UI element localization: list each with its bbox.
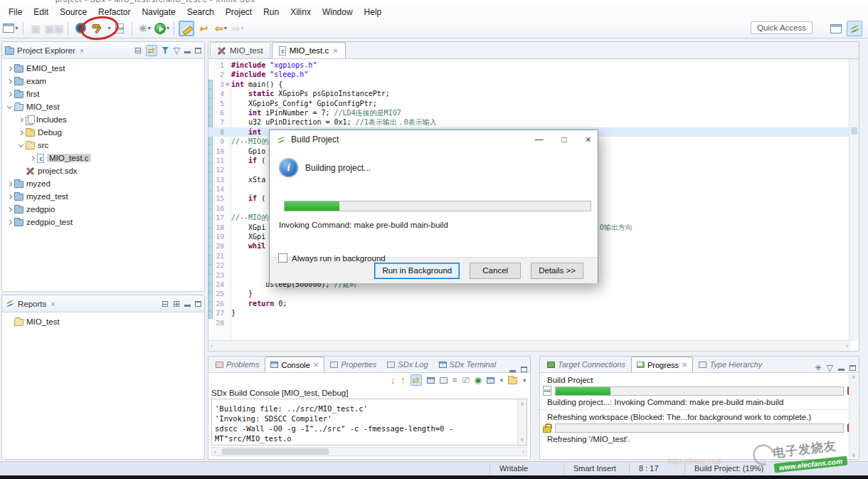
sdx-release-button[interactable]: [73, 21, 88, 36]
dropdown-caret[interactable]: ▾: [523, 377, 526, 384]
scroll-right-icon[interactable]: ›: [522, 448, 524, 456]
chevron-collapsed-icon[interactable]: [7, 65, 12, 70]
details-button[interactable]: Details >>: [531, 263, 583, 279]
minimize-icon[interactable]: [184, 305, 191, 307]
close-tab-icon[interactable]: ✕: [682, 361, 687, 369]
cancel-button[interactable]: Cancel: [470, 263, 521, 279]
menu-file[interactable]: File: [3, 6, 28, 18]
debug-button[interactable]: ✳▾: [137, 21, 152, 36]
last-edit-location-button[interactable]: ↩: [196, 21, 211, 36]
tree-item-mio_test[interactable]: MIO_test: [2, 315, 204, 328]
progress-job-build[interactable]: Build Project 010 Building project...: I…: [540, 376, 859, 406]
tree-item-emio_test[interactable]: EMIO_test: [2, 62, 204, 75]
menu-search[interactable]: Search: [181, 6, 220, 18]
menu-edit[interactable]: Edit: [28, 6, 54, 18]
estimate-performance-button[interactable]: [179, 21, 194, 36]
chevron-collapsed-icon[interactable]: [7, 78, 12, 83]
tree-item-mio_test[interactable]: MIO_test: [2, 100, 204, 113]
console-horizontal-scrollbar[interactable]: ‹›: [211, 447, 527, 456]
menu-refactor[interactable]: Refactor: [92, 6, 136, 18]
display-console-icon[interactable]: [487, 377, 494, 384]
build-dropdown-caret[interactable]: ▾: [107, 25, 110, 31]
tree-item-mio_test.c[interactable]: MIO_test.c: [2, 152, 204, 164]
chevron-collapsed-icon[interactable]: [18, 130, 23, 135]
quick-access-button[interactable]: Quick Access: [751, 21, 813, 34]
chevron-collapsed-icon[interactable]: [7, 219, 12, 224]
tree-item-zedgpio_test[interactable]: zedgpio_test: [2, 216, 204, 228]
maximize-button[interactable]: □: [562, 135, 567, 144]
scroll-up-icon[interactable]: ∧: [852, 374, 856, 380]
forward-history-button[interactable]: ⇨▾: [230, 21, 245, 36]
tab-console[interactable]: Console✕: [265, 357, 324, 372]
build-button[interactable]: [90, 21, 105, 36]
tree-item-project.sdx[interactable]: project.sdx: [2, 164, 204, 177]
pin-console-icon[interactable]: ◉: [474, 376, 481, 384]
console-output[interactable]: ' ''Building file: ../src/MIO_test.c''In…: [211, 399, 527, 446]
menu-window[interactable]: Window: [317, 6, 359, 18]
editor-horizontal-scrollbar[interactable]: ‹›: [208, 340, 850, 351]
scroll-down-icon[interactable]: ∨: [521, 435, 524, 445]
minimize-icon[interactable]: [838, 369, 845, 371]
minimize-icon[interactable]: [509, 370, 516, 372]
scroll-left-icon[interactable]: ‹: [214, 448, 216, 456]
menu-help[interactable]: Help: [359, 6, 388, 18]
tab-progress[interactable]: Progress✕: [631, 357, 693, 372]
minimize-button[interactable]: —: [535, 135, 544, 144]
tree-item-src[interactable]: src: [2, 139, 204, 152]
run-button[interactable]: ▾: [154, 21, 169, 36]
close-view-icon[interactable]: ×: [80, 46, 84, 55]
expand-all-icon[interactable]: ⊞: [173, 300, 180, 308]
open-perspective-button[interactable]: [828, 21, 844, 36]
view-menu-icon[interactable]: ▽: [827, 364, 833, 372]
dialog-titlebar[interactable]: Build Project — □ ×: [270, 130, 598, 149]
view-menu-icon[interactable]: ▽: [174, 46, 180, 55]
menu-navigate[interactable]: Navigate: [136, 6, 181, 18]
show-stderr-icon[interactable]: [440, 377, 448, 384]
word-wrap-icon[interactable]: =: [452, 376, 457, 384]
tree-item-myzed_test[interactable]: myzed_test: [2, 190, 204, 203]
tree-item-first[interactable]: first: [2, 88, 204, 100]
menu-run[interactable]: Run: [258, 6, 285, 18]
chevron-collapsed-icon[interactable]: [7, 206, 12, 211]
tab-sdx-log[interactable]: SDx Log: [382, 357, 433, 372]
scroll-down-icon[interactable]: ↓: [391, 375, 396, 385]
console-vertical-scrollbar[interactable]: ∧∨: [517, 399, 526, 445]
maximize-icon[interactable]: [195, 301, 201, 307]
checkbox[interactable]: [278, 253, 287, 263]
tab-sdx-terminal[interactable]: SDx Terminal: [434, 357, 502, 372]
binary-container-button[interactable]: 010: [112, 21, 127, 36]
dropdown-caret[interactable]: ▾: [500, 377, 503, 384]
chevron-expanded-icon[interactable]: [18, 142, 23, 147]
chevron-collapsed-icon[interactable]: [7, 91, 12, 96]
tree-item-includes[interactable]: Includes: [2, 113, 204, 126]
maximize-icon[interactable]: [195, 48, 201, 53]
tab-mio-test-c[interactable]: MIO_test.c ✕: [272, 42, 346, 58]
fold-collapse-icon[interactable]: ⊖: [226, 80, 231, 89]
collapse-all-icon[interactable]: ⊟: [134, 46, 142, 55]
tab-target-connections[interactable]: Target Connections: [542, 357, 630, 372]
tab-mio-test-project[interactable]: MIO_test: [210, 42, 270, 58]
build-progress-status[interactable]: Build Project: (19%): [694, 464, 763, 473]
close-tab-icon[interactable]: ✕: [332, 47, 338, 55]
scroll-left-icon[interactable]: ‹: [211, 342, 213, 349]
chevron-expanded-icon[interactable]: [7, 103, 12, 108]
menu-project[interactable]: Project: [220, 6, 258, 18]
filter-icon[interactable]: [162, 47, 169, 54]
minimize-icon[interactable]: [184, 51, 191, 53]
show-stdout-icon[interactable]: [427, 377, 435, 384]
scroll-right-icon[interactable]: ›: [846, 342, 848, 349]
tab-problems[interactable]: Problems: [211, 357, 264, 372]
menu-source[interactable]: Source: [54, 6, 92, 18]
maximize-icon[interactable]: [521, 367, 527, 372]
scroll-lock-button[interactable]: ⇄: [411, 374, 422, 386]
sdx-perspective-button[interactable]: [847, 21, 862, 36]
close-view-icon[interactable]: ×: [51, 300, 55, 308]
progress-vertical-scrollbar[interactable]: ∧∨: [849, 374, 858, 458]
open-console-icon[interactable]: [508, 377, 517, 384]
tree-item-debug[interactable]: Debug: [2, 126, 204, 139]
clear-console-icon[interactable]: ⎚: [462, 376, 470, 384]
always-run-in-background-option[interactable]: Always run in background: [278, 253, 386, 263]
scrollbar-thumb[interactable]: [222, 448, 329, 455]
tree-item-zedgpio[interactable]: zedgpio: [2, 203, 204, 216]
collapse-all-icon[interactable]: ⊟: [162, 300, 169, 308]
